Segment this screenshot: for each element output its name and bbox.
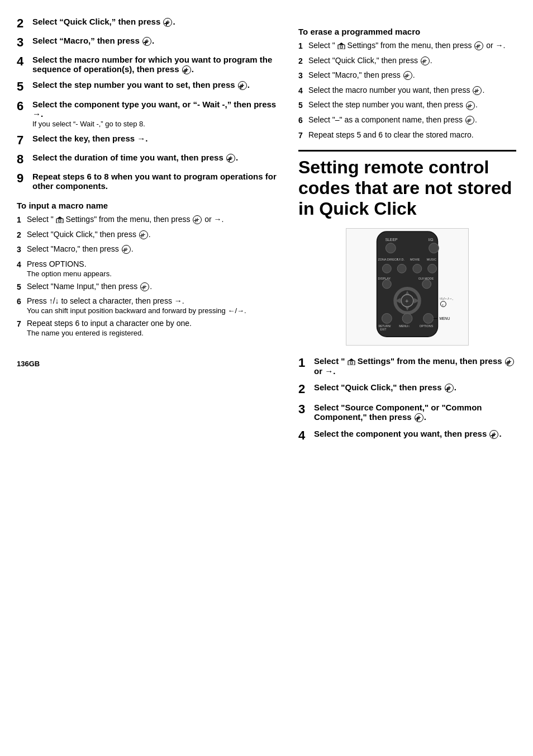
step-num-5: 5 — [17, 80, 32, 93]
big-section-title: Setting remote control codes that are no… — [298, 157, 516, 219]
input-macro-step-num-7: 7 — [17, 319, 27, 330]
input-macro-step-num-2: 2 — [17, 230, 27, 241]
step-5: 5 Select the step number you want to set… — [17, 80, 282, 93]
erase-step-2-content: Select "Quick Click," then press +. — [308, 56, 516, 65]
input-macro-step-6-subnote: You can shift input position backward an… — [27, 306, 282, 315]
settings-icon — [348, 358, 355, 365]
step-3: 3 Select “Macro,” then press +. — [17, 36, 282, 49]
svg-point-36 — [402, 313, 412, 323]
circle-plus-icon: + — [182, 65, 191, 74]
step-5-content: Select the step number you want to set, … — [32, 80, 282, 90]
erase-step-num-2: 2 — [298, 56, 308, 67]
step-6-subnote: If you select “- Wait -,” go to step 8. — [32, 120, 282, 128]
circle-plus-icon: + — [505, 357, 514, 366]
svg-point-15 — [382, 264, 391, 273]
circle-plus-icon: + — [140, 282, 149, 291]
erase-macro-step-6: 6 Select "–" as a component name, then p… — [298, 115, 516, 126]
svg-point-17 — [413, 264, 422, 273]
step-num-7: 7 — [17, 134, 32, 147]
svg-text:DISPLAY: DISPLAY — [378, 277, 391, 280]
big-step-3-content: Select "Source Component," or "Common Co… — [314, 403, 516, 422]
input-macro-step-1: 1 Select " Settings" from the menu, then… — [17, 215, 282, 226]
svg-text:I/Ω: I/Ω — [429, 237, 434, 241]
svg-text:SLEEP: SLEEP — [385, 237, 398, 241]
erase-step-num-5: 5 — [298, 100, 308, 111]
svg-text:+: + — [441, 303, 444, 306]
circle-plus-icon: + — [163, 18, 172, 27]
input-macro-step-3: 3 Select "Macro," then press +. — [17, 244, 282, 256]
step-num-2: 2 — [17, 17, 32, 30]
input-macro-step-num-1: 1 — [17, 215, 27, 226]
circle-plus-icon: + — [238, 81, 247, 90]
left-column: 2 Select “Quick Click,” then press +. 3 … — [17, 17, 282, 449]
input-macro-step-6: 6 Press ↑/↓ to select a character, then … — [17, 296, 282, 315]
circle-plus-icon: + — [403, 71, 412, 80]
circle-plus-icon: + — [226, 154, 235, 163]
svg-text:RETURN/: RETURN/ — [378, 325, 391, 328]
section-divider — [298, 150, 516, 152]
erase-macro-step-5: 5 Select the step number you want, then … — [298, 100, 516, 111]
erase-step-num-6: 6 — [298, 115, 308, 126]
step-4: 4 Select the macro number for which you … — [17, 55, 282, 74]
input-macro-step-7: 7 Repeat steps 6 to input a character on… — [17, 319, 282, 337]
right-column: To erase a programmed macro 1 Select " S… — [298, 17, 516, 449]
svg-point-22 — [422, 280, 431, 289]
erase-step-num-4: 4 — [298, 86, 308, 97]
step-num-9: 9 — [17, 172, 32, 185]
input-macro-step-3-content: Select "Macro," then press +. — [27, 244, 282, 254]
erase-macro-step-3: 3 Select "Macro," then press +. — [298, 70, 516, 82]
big-step-3: 3 Select "Source Component," or "Common … — [298, 403, 516, 422]
erase-step-1-content: Select " Settings" from the menu, then p… — [308, 41, 516, 50]
input-macro-step-4-content: Press OPTIONS. The option menu appears. — [27, 259, 282, 278]
input-macro-step-6-content: Press ↑/↓ to select a character, then pr… — [27, 296, 282, 315]
big-step-num-2: 2 — [298, 382, 314, 396]
input-macro-step-num-5: 5 — [17, 282, 27, 293]
svg-text:A.F.D.: A.F.D. — [396, 258, 404, 261]
circle-plus-icon: + — [415, 413, 423, 422]
big-step-4: 4 Select the component you want, then pr… — [298, 429, 516, 442]
settings-icon — [337, 42, 345, 49]
page-layout: 2 Select “Quick Click,” then press +. 3 … — [17, 17, 516, 449]
erase-macro-step-2: 2 Select "Quick Click," then press +. — [298, 56, 516, 67]
erase-macro-step-1: 1 Select " Settings" from the menu, then… — [298, 41, 516, 52]
section-input-macro-heading: To input a macro name — [17, 201, 282, 210]
erase-step-num-7: 7 — [298, 130, 308, 141]
erase-step-7-content: Repeat steps 5 and 6 to clear the stored… — [308, 130, 516, 139]
step-6: 6 Select the component type you want, or… — [17, 100, 282, 128]
input-macro-step-4-subnote: The option menu appears. — [27, 270, 282, 278]
step-8: 8 Select the duration of time you want, … — [17, 153, 282, 166]
big-step-num-4: 4 — [298, 429, 314, 442]
svg-point-16 — [397, 264, 406, 273]
erase-step-5-content: Select the step number you want, then pr… — [308, 100, 516, 110]
input-macro-step-num-3: 3 — [17, 244, 27, 256]
circle-plus-icon: + — [474, 41, 483, 50]
circle-plus-icon: + — [122, 245, 131, 254]
step-8-content: Select the duration of time you want, th… — [32, 153, 282, 163]
step-7: 7 Select the key, then press →. — [17, 134, 282, 147]
big-step-num-1: 1 — [298, 356, 314, 370]
circle-plus-icon: + — [465, 116, 474, 125]
step-7-content: Select the key, then press →. — [32, 134, 282, 143]
circle-plus-icon: + — [489, 430, 498, 439]
circle-plus-icon: + — [193, 215, 202, 224]
svg-marker-43 — [349, 358, 354, 361]
erase-macro-step-7: 7 Repeat steps 5 and 6 to clear the stor… — [298, 130, 516, 141]
svg-point-33 — [382, 313, 392, 323]
svg-rect-5 — [340, 46, 342, 48]
svg-point-38 — [423, 313, 434, 323]
input-macro-step-4: 4 Press OPTIONS. The option menu appears… — [17, 259, 282, 278]
erase-step-num-3: 3 — [298, 70, 308, 82]
svg-rect-42 — [348, 361, 355, 365]
step-num-4: 4 — [17, 55, 32, 68]
svg-rect-0 — [56, 219, 63, 223]
input-macro-step-5-content: Select "Name Input," then press +. — [27, 282, 282, 291]
step-9-content: Repeat steps 6 to 8 when you want to pro… — [32, 172, 282, 191]
step-2: 2 Select “Quick Click,” then press +. — [17, 17, 282, 30]
svg-point-10 — [429, 243, 439, 253]
svg-rect-2 — [59, 220, 61, 222]
svg-text:↑/↓/←/→,: ↑/↓/←/→, — [439, 296, 453, 300]
big-step-1: 1 Select " Settings" from the menu, then… — [298, 356, 516, 376]
erase-step-3-content: Select "Macro," then press +. — [308, 70, 516, 80]
svg-marker-4 — [339, 42, 344, 45]
step-num-6: 6 — [17, 100, 32, 113]
